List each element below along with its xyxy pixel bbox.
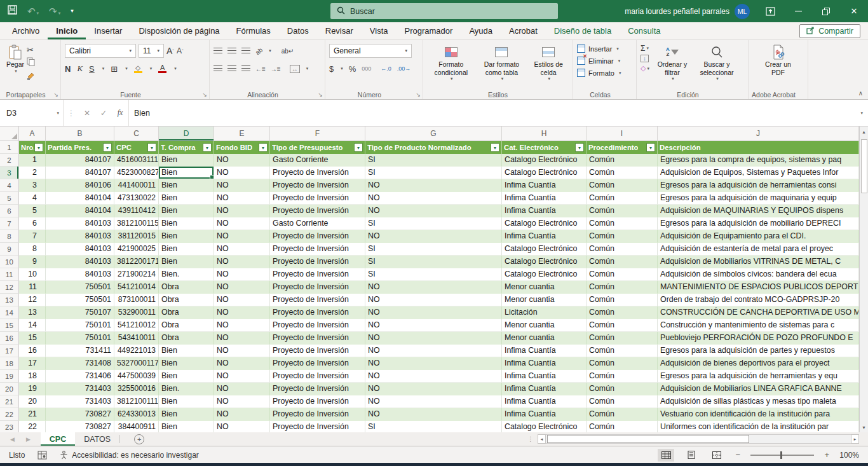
cell-A13[interactable]: 12 xyxy=(19,294,46,306)
cell-D2[interactable]: Bien xyxy=(159,154,214,167)
cell-B20[interactable]: 731403 xyxy=(46,383,114,395)
row-header-11[interactable]: 11 xyxy=(0,268,19,281)
align-left-icon[interactable] xyxy=(214,65,222,72)
cell-C7[interactable]: 3812100115 xyxy=(114,217,159,230)
scroll-left-icon[interactable]: ◄ xyxy=(538,434,546,444)
cell-F10[interactable]: Proyecto de Inversión xyxy=(270,256,365,268)
cell-A22[interactable]: 21 xyxy=(19,408,46,421)
tab-archivo[interactable]: Archivo xyxy=(4,22,48,39)
sort-filter-button[interactable]: AZ Ordenar y filtrar▾ xyxy=(652,43,693,89)
table-header-cell-J[interactable]: Descripción xyxy=(658,141,859,154)
cell-F5[interactable]: Proyecto de Inversión xyxy=(270,192,365,205)
row-header-22[interactable]: 22 xyxy=(0,408,19,421)
cell-B12[interactable]: 750501 xyxy=(46,281,114,294)
column-header-B[interactable]: B xyxy=(46,127,114,140)
comma-style-icon[interactable]: 000 xyxy=(362,65,371,72)
cell-A23[interactable]: 22 xyxy=(19,421,46,432)
close-button[interactable]: ✕ xyxy=(840,0,868,22)
cell-I7[interactable]: Común xyxy=(587,217,658,230)
bold-button[interactable]: N xyxy=(65,64,71,74)
cell-H4[interactable]: Infima Cuantía xyxy=(502,179,587,192)
cell-E19[interactable]: NO xyxy=(214,370,270,383)
cell-H5[interactable]: Infima Cuantía xyxy=(502,192,587,205)
cell-F15[interactable]: Proyecto de Inversión xyxy=(270,319,365,332)
cell-C21[interactable]: 3812100111 xyxy=(114,395,159,408)
cell-I13[interactable]: Común xyxy=(587,294,658,306)
cell-J18[interactable]: Adquisición de bienes deportivos para el… xyxy=(658,357,859,370)
redo-icon[interactable]: ↷▾ xyxy=(49,6,60,16)
row-header-14[interactable]: 14 xyxy=(0,306,19,319)
cell-E13[interactable]: NO xyxy=(214,294,270,306)
cell-F23[interactable]: Proyecto de Inversión xyxy=(270,421,365,432)
conditional-formatting-button[interactable]: Formato condicional▾ xyxy=(427,43,475,89)
cell-B7[interactable]: 840103 xyxy=(46,217,114,230)
tab-diseño-de-tabla[interactable]: Diseño de tabla xyxy=(546,22,620,39)
row-header-18[interactable]: 18 xyxy=(0,357,19,370)
cell-H16[interactable]: Menor cuantia xyxy=(502,332,587,345)
row-header-17[interactable]: 17 xyxy=(0,345,19,357)
row-header-21[interactable]: 21 xyxy=(0,395,19,408)
cell-B13[interactable]: 750501 xyxy=(46,294,114,306)
tab-datos[interactable]: Datos xyxy=(279,22,317,39)
cell-G12[interactable]: NO xyxy=(365,281,502,294)
cell-E10[interactable]: NO xyxy=(214,256,270,268)
cell-G10[interactable]: SI xyxy=(365,256,502,268)
delete-cells-button[interactable]: Eliminar▾ xyxy=(577,55,632,67)
cell-E12[interactable]: NO xyxy=(214,281,270,294)
cell-H14[interactable]: Licitación xyxy=(502,306,587,319)
cell-D10[interactable]: Bien xyxy=(159,256,214,268)
cell-B4[interactable]: 840106 xyxy=(46,179,114,192)
column-header-C[interactable]: C xyxy=(114,127,159,140)
cell-G2[interactable]: SI xyxy=(365,154,502,167)
borders-icon[interactable]: ⊞ xyxy=(111,64,118,74)
cell-C9[interactable]: 421900025 xyxy=(114,243,159,256)
align-middle-icon[interactable] xyxy=(227,48,236,55)
macro-record-icon[interactable] xyxy=(37,451,47,460)
cell-A3[interactable]: 2 xyxy=(19,167,46,179)
column-header-G[interactable]: G xyxy=(365,127,502,140)
cell-F17[interactable]: Proyecto de Inversión xyxy=(270,345,365,357)
sheet-nav-left-icon[interactable]: ◀ xyxy=(10,436,15,442)
cell-J13[interactable]: Orden de trabajo del contrato MCO-GADPRS… xyxy=(658,294,859,306)
cell-E5[interactable]: NO xyxy=(214,192,270,205)
accessibility-status[interactable]: Accesibilidad: es necesario investigar xyxy=(60,451,198,460)
cell-D5[interactable]: Bien xyxy=(159,192,214,205)
cell-J19[interactable]: Egresos para la adquisición de herramien… xyxy=(658,370,859,383)
cell-F16[interactable]: Proyecto de Inversión xyxy=(270,332,365,345)
cell-I12[interactable]: Común xyxy=(587,281,658,294)
scroll-down-icon[interactable]: ▼ xyxy=(860,422,868,432)
cell-G7[interactable]: SI xyxy=(365,217,502,230)
cell-D23[interactable]: Bien xyxy=(159,421,214,432)
underline-button[interactable]: S xyxy=(89,64,95,74)
tab-disposición-de-página[interactable]: Disposición de página xyxy=(130,22,227,39)
cell-G21[interactable]: NO xyxy=(365,395,502,408)
cell-C6[interactable]: 439110412 xyxy=(114,205,159,217)
cell-C17[interactable]: 449221013 xyxy=(114,345,159,357)
cell-B16[interactable]: 750101 xyxy=(46,332,114,345)
cell-I11[interactable]: Común xyxy=(587,268,658,281)
cell-D21[interactable]: Bien xyxy=(159,395,214,408)
cell-H6[interactable]: Infima Cuantía xyxy=(502,205,587,217)
cell-G19[interactable]: NO xyxy=(365,370,502,383)
restore-button[interactable] xyxy=(812,0,840,22)
cell-A9[interactable]: 8 xyxy=(19,243,46,256)
table-header-cell-A[interactable]: Nro.▼ xyxy=(19,141,46,154)
horizontal-scroll-thumb[interactable] xyxy=(547,435,749,443)
cell-D8[interactable]: Bien xyxy=(159,230,214,243)
cell-G8[interactable]: NO xyxy=(365,230,502,243)
zoom-slider[interactable] xyxy=(750,455,814,456)
row-header-20[interactable]: 20 xyxy=(0,383,19,395)
cell-B2[interactable]: 840107 xyxy=(46,154,114,167)
tab-vista[interactable]: Vista xyxy=(362,22,397,39)
fill-color-icon[interactable]: ◇ xyxy=(134,64,142,73)
cancel-icon[interactable]: ✕ xyxy=(79,109,95,118)
cell-B14[interactable]: 750107 xyxy=(46,306,114,319)
cell-B5[interactable]: 840104 xyxy=(46,192,114,205)
sheet-nav-right-icon[interactable]: ▶ xyxy=(26,436,31,442)
alignment-dialog-launcher-icon[interactable]: ↘ xyxy=(318,92,323,98)
cell-C19[interactable]: 447500039 xyxy=(114,370,159,383)
cell-I19[interactable]: Común xyxy=(587,370,658,383)
cell-A4[interactable]: 3 xyxy=(19,179,46,192)
cell-E6[interactable]: NO xyxy=(214,205,270,217)
cell-G18[interactable]: NO xyxy=(365,357,502,370)
